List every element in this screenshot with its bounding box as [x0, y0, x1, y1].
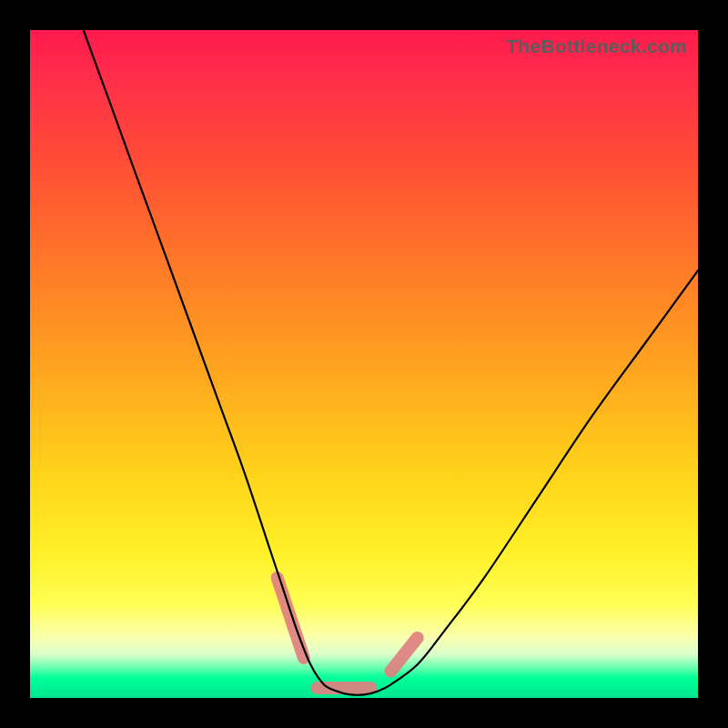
bottleneck-curve	[84, 30, 698, 695]
highlight-left	[278, 578, 304, 658]
outer-frame: TheBottleneck.com	[0, 0, 728, 728]
highlight-right	[390, 638, 417, 672]
plot-area: TheBottleneck.com	[30, 30, 698, 698]
chart-svg	[30, 30, 698, 698]
